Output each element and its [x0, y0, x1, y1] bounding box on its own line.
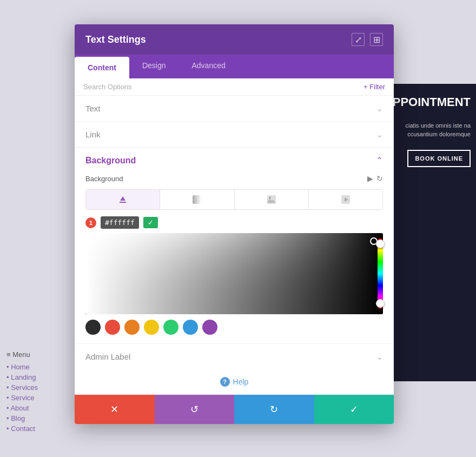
link-section-label: Link	[85, 130, 101, 139]
cancel-button[interactable]: ✕	[75, 395, 155, 424]
swatch-black[interactable]	[85, 320, 101, 335]
help-row[interactable]: ? Help	[75, 369, 394, 394]
filter-button[interactable]: + Filter	[363, 83, 385, 91]
text-settings-modal: Text Settings ⤢ ⊞ Content Design Advance…	[75, 24, 394, 424]
link-chevron-icon: ⌄	[376, 129, 383, 140]
nav-list: Home Landing Services Service About Blog…	[6, 362, 64, 434]
tab-design[interactable]: Design	[129, 55, 179, 78]
svg-rect-0	[193, 195, 201, 204]
modal-header: Text Settings ⤢ ⊞	[75, 24, 394, 55]
link-section-row[interactable]: Link ⌄	[75, 122, 394, 148]
modal-header-icons: ⤢ ⊞	[352, 33, 383, 46]
tab-content[interactable]: Content	[75, 57, 129, 78]
color-swatches-row	[85, 314, 383, 337]
hue-slider[interactable]	[375, 233, 385, 314]
reset-icon[interactable]: ↻	[376, 174, 383, 183]
background-row-icons: ▶ ↻	[367, 174, 383, 183]
swatch-red[interactable]	[105, 320, 120, 335]
right-panel: APPOINTMENT ciatis unde omnis iste naccu…	[392, 84, 476, 381]
gradient-icon	[193, 195, 201, 204]
book-online-button[interactable]: BOOK ONLINE	[407, 150, 471, 167]
swatch-yellow[interactable]	[144, 320, 159, 335]
modal-tabs: Content Design Advanced	[75, 55, 394, 78]
swatch-green[interactable]	[163, 320, 178, 335]
text-section-label: Text	[85, 104, 101, 113]
nav-item-services[interactable]: Services	[6, 382, 64, 393]
svg-point-2	[269, 197, 271, 199]
color-input-box[interactable]: #ffffff	[101, 216, 139, 229]
help-label: Help	[233, 377, 249, 386]
color-picker-area: 1 #ffffff ✓	[85, 216, 383, 337]
admin-label-text: Admin Label	[85, 352, 130, 361]
swatch-purple[interactable]	[202, 320, 217, 335]
undo-button[interactable]: ↺	[155, 395, 235, 424]
nav-item-about[interactable]: About	[6, 403, 64, 413]
color-confirm-button[interactable]: ✓	[143, 217, 158, 228]
bg-tab-video[interactable]	[309, 190, 382, 209]
image-icon	[267, 195, 276, 204]
modal-title: Text Settings	[85, 34, 146, 45]
admin-label-row[interactable]: Admin Label ⌄	[75, 343, 394, 369]
background-chevron-icon[interactable]: ⌃	[376, 155, 383, 165]
split-icon[interactable]: ⊞	[370, 33, 383, 46]
gradient-inner	[85, 233, 383, 314]
tab-advanced[interactable]: Advanced	[178, 55, 238, 78]
color-picker-canvas-container	[85, 233, 383, 314]
background-section-title: Background	[85, 156, 136, 165]
hue-slider-thumb-top[interactable]	[376, 240, 385, 248]
sidebar-nav: ≡ Menu Home Landing Services Service Abo…	[0, 346, 70, 438]
color-gradient-canvas[interactable]	[85, 233, 383, 314]
swatch-orange[interactable]	[124, 320, 140, 335]
color-fill-icon	[118, 195, 127, 204]
background-row: Background ▶ ↻	[75, 170, 394, 189]
nav-item-landing[interactable]: Landing	[6, 372, 64, 382]
hue-slider-thumb-bottom[interactable]	[376, 299, 385, 308]
background-row-label: Background	[85, 175, 123, 183]
hue-slider-track[interactable]	[378, 239, 383, 309]
text-section-row[interactable]: Text ⌄	[75, 96, 394, 122]
background-section-header: Background ⌃	[75, 148, 394, 170]
menu-label: ≡ Menu	[6, 350, 64, 359]
nav-item-home[interactable]: Home	[6, 362, 64, 372]
cursor-icon[interactable]: ▶	[367, 174, 373, 183]
nav-item-blog[interactable]: Blog	[6, 413, 64, 423]
text-chevron-icon: ⌄	[376, 103, 383, 114]
right-panel-subtext: ciatis unde omnis iste naccusantium dolo…	[400, 121, 476, 139]
nav-item-service[interactable]: Service	[6, 393, 64, 403]
nav-item-contact[interactable]: Contact	[6, 423, 64, 434]
search-options-label[interactable]: Search Options	[83, 83, 132, 91]
swatch-blue[interactable]	[183, 320, 198, 335]
admin-label-chevron-icon: ⌄	[376, 352, 383, 362]
modal-body: Text ⌄ Link ⌄ Background ⌃ Background ▶ …	[75, 96, 394, 394]
search-bar: Search Options + Filter	[75, 78, 394, 96]
color-input-row: 1 #ffffff ✓	[85, 216, 383, 229]
color-hex-value[interactable]: #ffffff	[105, 218, 135, 227]
modal-footer: ✕ ↺ ↻ ✓	[75, 394, 394, 424]
right-panel-heading: APPOINTMENT	[392, 84, 476, 121]
help-icon: ?	[220, 377, 230, 387]
step-badge: 1	[85, 217, 96, 228]
video-icon	[341, 195, 350, 204]
bg-tab-image[interactable]	[235, 190, 309, 209]
redo-button[interactable]: ↻	[234, 395, 314, 424]
bg-tab-color[interactable]	[86, 190, 160, 209]
background-type-tabs	[85, 189, 383, 210]
confirm-button[interactable]: ✓	[314, 395, 394, 424]
expand-icon[interactable]: ⤢	[352, 33, 365, 46]
bg-tab-gradient[interactable]	[160, 190, 234, 209]
